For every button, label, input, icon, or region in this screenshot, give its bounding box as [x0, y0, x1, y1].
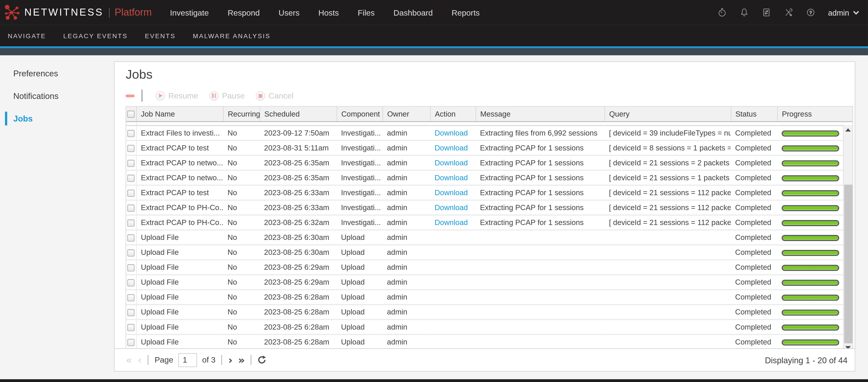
column-header-component[interactable]: Component [337, 107, 382, 121]
cell-owner: admin [382, 230, 430, 245]
column-header-scheduled[interactable]: Scheduled [259, 107, 336, 121]
sidebar-item-jobs[interactable]: Jobs [13, 113, 114, 124]
table-row[interactable]: Extract PCAP to test No 2023-08-31 5:11a… [126, 140, 852, 155]
subnav-item-events[interactable]: EVENTS [145, 32, 176, 39]
row-checkbox[interactable] [127, 130, 135, 137]
scroll-up-arrow[interactable] [844, 126, 852, 134]
row-checkbox[interactable] [127, 160, 135, 167]
nav-item-users[interactable]: Users [279, 8, 300, 17]
nav-item-dashboard[interactable]: Dashboard [394, 8, 433, 17]
column-header-query[interactable]: Query [604, 107, 731, 121]
resume-button[interactable]: Resume [156, 91, 198, 101]
cell-query [604, 319, 731, 334]
table-row[interactable]: Upload File No 2023-08-25 6:28am Upload … [126, 335, 852, 349]
brand-product: Platform [115, 6, 152, 18]
table-row[interactable]: Upload File No 2023-08-25 6:29am Upload … [126, 260, 852, 275]
select-all-checkbox[interactable] [127, 111, 135, 118]
column-header-job-name[interactable]: Job Name [136, 107, 223, 121]
column-header-owner[interactable]: Owner [382, 107, 430, 121]
table-row[interactable]: Upload File No 2023-08-25 6:28am Upload … [126, 305, 852, 319]
page-label: Page [155, 355, 174, 364]
progress-bar-fill [783, 281, 838, 284]
progress-bar-fill [783, 146, 838, 150]
table-row[interactable]: Extract PCAP to netwo... No 2023-08-25 6… [126, 155, 852, 170]
nav-item-files[interactable]: Files [358, 8, 375, 17]
row-checkbox[interactable] [127, 279, 135, 286]
column-header-action[interactable]: Action [430, 107, 475, 121]
row-checkbox[interactable] [127, 309, 135, 316]
nav-item-reports[interactable]: Reports [452, 8, 479, 17]
action-download-link[interactable]: Download [435, 218, 468, 227]
subnav-item-legacy-events[interactable]: LEGACY EVENTS [63, 32, 128, 39]
action-download-link[interactable]: Download [435, 188, 468, 197]
user-name: admin [828, 8, 849, 17]
row-checkbox[interactable] [127, 234, 135, 242]
sidebar-item-preferences[interactable]: Preferences [13, 68, 114, 78]
subnav-item-navigate[interactable]: NAVIGATE [8, 32, 46, 39]
row-checkbox[interactable] [127, 294, 135, 301]
delete-job-button[interactable] [126, 94, 134, 97]
table-row[interactable]: Extract PCAP to netwo... No 2023-08-25 6… [126, 170, 852, 185]
sidebar-item-notifications[interactable]: Notifications [13, 91, 114, 101]
row-checkbox[interactable] [127, 264, 135, 272]
action-download-link[interactable]: Download [435, 159, 468, 167]
cancel-button[interactable]: Cancel [256, 91, 293, 101]
row-checkbox[interactable] [127, 145, 135, 152]
subnav-item-malware-analysis[interactable]: MALWARE ANALYSIS [193, 32, 271, 39]
cell-component: Investigati... [337, 126, 382, 140]
first-page-button[interactable]: « [126, 355, 132, 365]
cell-message: Extracting PCAP for 1 sessions [475, 215, 604, 230]
action-download-link[interactable]: Download [435, 204, 468, 212]
row-checkbox[interactable] [127, 175, 135, 182]
nav-item-investigate[interactable]: Investigate [170, 8, 209, 17]
last-page-button[interactable]: » [238, 355, 245, 365]
cell-job-name: Extract PCAP to netwo... [136, 170, 223, 185]
top-bar: NETWITNESS Platform Investigate Respond … [0, 0, 868, 25]
table-row[interactable]: Upload File No 2023-08-25 6:30am Upload … [126, 230, 852, 245]
cell-job-name: Upload File [136, 289, 223, 305]
page-number-input[interactable] [178, 353, 197, 367]
cell-query: [ deviceId = 21 sessions = 1 packets ... [604, 170, 731, 185]
help-icon[interactable]: ? [806, 8, 815, 17]
table-row[interactable]: Upload File No 2023-08-25 6:30am Upload … [126, 245, 852, 260]
table-row[interactable]: Upload File No 2023-08-25 6:28am Upload … [126, 289, 852, 305]
column-header-recurring[interactable]: Recurring [223, 107, 260, 121]
prev-page-button[interactable]: ‹ [138, 355, 142, 365]
cell-owner: admin [382, 140, 430, 155]
table-row[interactable]: Extract Files to investi... No 2023-09-1… [126, 126, 852, 140]
row-checkbox[interactable] [127, 324, 135, 331]
row-checkbox[interactable] [127, 219, 135, 227]
action-download-link[interactable]: Download [435, 144, 468, 152]
table-row[interactable]: Extract PCAP to PH-Co... No 2023-08-25 6… [126, 200, 852, 215]
action-download-link[interactable]: Download [435, 173, 468, 182]
row-checkbox[interactable] [127, 249, 135, 256]
action-download-link[interactable]: Download [435, 129, 468, 137]
row-checkbox[interactable] [127, 339, 135, 346]
nav-item-hosts[interactable]: Hosts [318, 8, 339, 17]
timer-icon[interactable] [717, 8, 727, 17]
bell-icon[interactable] [740, 8, 749, 17]
pause-button[interactable]: Pause [209, 91, 245, 101]
nav-item-respond[interactable]: Respond [228, 8, 260, 17]
user-menu[interactable]: admin [828, 8, 859, 17]
column-header-status[interactable]: Status [731, 107, 777, 121]
cell-job-name: Extract PCAP to test [136, 185, 223, 200]
tools-icon[interactable] [784, 8, 793, 17]
table-scrollbar[interactable] [843, 125, 852, 353]
scrollbar-thumb[interactable] [844, 184, 852, 343]
jobs-toolbar: Resume Pause Cancel [126, 89, 855, 102]
row-checkbox[interactable] [127, 204, 135, 212]
table-row[interactable]: Upload File No 2023-08-25 6:28am Upload … [126, 319, 852, 334]
row-checkbox[interactable] [127, 189, 135, 197]
refresh-icon[interactable] [257, 355, 266, 364]
preferences-icon[interactable] [762, 8, 771, 17]
table-row[interactable]: Upload File No 2023-08-25 6:29am Upload … [126, 275, 852, 289]
next-page-button[interactable]: › [228, 355, 232, 365]
table-row[interactable]: Extract PCAP to test No 2023-08-25 6:33a… [126, 185, 852, 200]
column-header-progress[interactable]: Progress [777, 107, 852, 121]
cell-component: Upload [337, 335, 382, 349]
partially-scrolled-row [126, 121, 852, 126]
table-row[interactable]: Extract PCAP to PH-Co... No 2023-08-25 6… [126, 215, 852, 230]
column-header-message[interactable]: Message [475, 107, 604, 121]
cell-query [604, 335, 731, 349]
